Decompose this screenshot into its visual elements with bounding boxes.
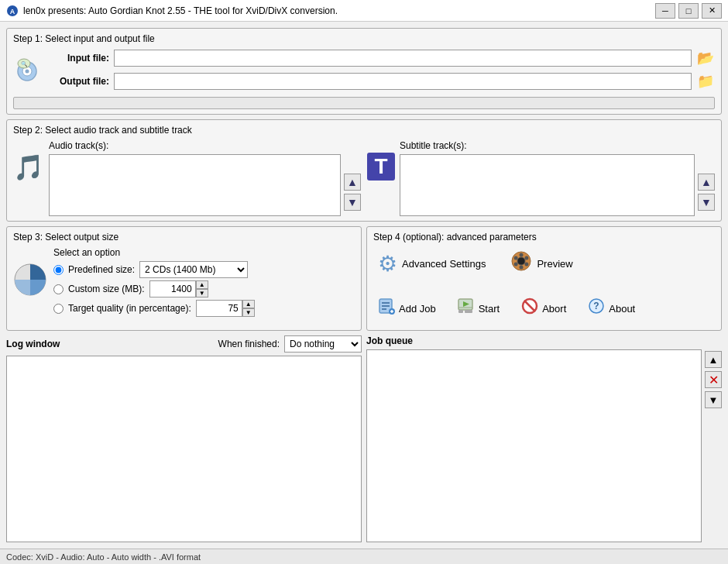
- audio-track-label: Audio track(s):: [49, 140, 361, 151]
- select-option-label: Select an option: [53, 247, 355, 258]
- target-quality-spinner: ▲ ▼: [196, 300, 255, 317]
- step4-title: Step 4 (optional): advanced parameters: [373, 232, 715, 242]
- log-section: Log window When finished: Do nothing Shu…: [6, 335, 362, 542]
- app-icon: A: [6, 5, 19, 17]
- step2-title: Step 2: Select audio track and subtitle …: [13, 125, 715, 136]
- step4-top: ⚙ Advanced Settings: [373, 247, 715, 280]
- steps-34-row: Step 3: Select output size Select an opt…: [6, 226, 722, 331]
- queue-up-icon: ▲: [709, 354, 719, 366]
- svg-text:🔍: 🔍: [21, 60, 28, 67]
- target-quality-input[interactable]: [196, 300, 242, 317]
- subtitle-up-button[interactable]: ▲: [698, 174, 715, 191]
- input-file-icon: 🔍: [13, 56, 41, 84]
- audio-down-icon: ▼: [347, 196, 358, 208]
- custom-size-label: Custom size (MB):: [68, 284, 145, 294]
- step3-section: Step 3: Select output size Select an opt…: [6, 226, 362, 331]
- custom-radio[interactable]: [53, 284, 64, 294]
- custom-size-row: Custom size (MB): ▲ ▼: [53, 280, 355, 297]
- step3-options: Select an option Predefined size: 2 CDs …: [53, 247, 355, 319]
- queue-controls: ▲ ✕ ▼: [705, 349, 722, 542]
- maximize-button[interactable]: □: [678, 3, 699, 19]
- when-finished-row: When finished: Do nothing Shutdown Hiber…: [218, 335, 362, 352]
- custom-spin-up[interactable]: ▲: [196, 280, 208, 289]
- audio-track-panel: Audio track(s): ▲ ▼: [49, 140, 361, 216]
- close-button[interactable]: ✕: [702, 3, 722, 19]
- svg-point-9: [517, 257, 525, 265]
- subtitle-down-button[interactable]: ▼: [698, 194, 715, 211]
- svg-rect-26: [458, 310, 463, 313]
- queue-area[interactable]: [366, 349, 702, 542]
- svg-point-12: [525, 263, 529, 267]
- custom-spin-buttons: ▲ ▼: [196, 280, 208, 297]
- input-file-label: Input file:: [47, 53, 109, 64]
- reel-icon: [510, 250, 532, 277]
- subtitle-track-list[interactable]: [400, 154, 695, 216]
- subtitle-track-panel: Subtitle track(s): ▲ ▼: [400, 140, 715, 216]
- main-content: Step 1: Select input and output file 🔍 I…: [0, 22, 728, 549]
- add-job-icon: [378, 297, 395, 319]
- about-icon: ?: [588, 297, 605, 319]
- audio-up-icon: ▲: [347, 176, 358, 188]
- audio-track-list[interactable]: [49, 154, 341, 216]
- pie-chart-icon: [13, 263, 47, 304]
- step2-layout: 🎵 Audio track(s): ▲ ▼: [13, 140, 715, 216]
- target-spin-up[interactable]: ▲: [242, 300, 255, 308]
- browse-input-button[interactable]: 📂: [696, 49, 715, 67]
- svg-point-4: [26, 70, 29, 74]
- step1-title: Step 1: Select input and output file: [13, 33, 715, 44]
- when-finished-select[interactable]: Do nothing Shutdown Hibernate Standby: [284, 335, 362, 352]
- start-icon: [458, 297, 475, 319]
- output-file-label: Output file:: [47, 76, 109, 87]
- when-finished-label: When finished:: [218, 339, 280, 349]
- preview-label: Preview: [537, 258, 572, 270]
- about-button[interactable]: ? About: [583, 294, 640, 322]
- output-file-row: Output file: 📁: [47, 72, 715, 91]
- preview-button[interactable]: Preview: [506, 247, 577, 280]
- queue-down-button[interactable]: ▼: [705, 391, 722, 408]
- log-area[interactable]: [6, 356, 362, 542]
- browse-output-icon: 📁: [697, 73, 714, 90]
- input-file-row: Input file: 📂: [47, 49, 715, 67]
- target-spin-down[interactable]: ▼: [242, 308, 255, 317]
- output-file-field[interactable]: [114, 73, 692, 90]
- status-bar: Codec: XviD - Audio: Auto - Auto width -…: [0, 549, 728, 564]
- target-spin-buttons: ▲ ▼: [242, 300, 255, 317]
- progress-bar: [13, 97, 715, 109]
- title-bar: A len0x presents: Auto Gordian Knot 2.55…: [0, 0, 728, 22]
- audio-up-button[interactable]: ▲: [344, 174, 361, 191]
- add-job-button[interactable]: Add Job: [373, 294, 441, 322]
- svg-rect-27: [465, 310, 472, 313]
- abort-button[interactable]: Abort: [517, 294, 571, 322]
- abort-label: Abort: [542, 303, 566, 315]
- custom-size-input[interactable]: [149, 280, 196, 297]
- gear-icon: ⚙: [378, 251, 397, 277]
- advanced-settings-button[interactable]: ⚙ Advanced Settings: [373, 248, 490, 280]
- audio-down-button[interactable]: ▼: [344, 194, 361, 211]
- about-label: About: [609, 303, 635, 315]
- svg-point-10: [520, 253, 524, 257]
- browse-input-icon: 📂: [697, 50, 714, 67]
- subtitle-track-label: Subtitle track(s):: [400, 140, 715, 151]
- input-file-field[interactable]: [114, 50, 692, 67]
- minimize-button[interactable]: ─: [655, 3, 675, 19]
- queue-up-button[interactable]: ▲: [705, 351, 722, 368]
- target-quality-label: Target quality (in percentage):: [68, 303, 191, 314]
- target-radio[interactable]: [53, 304, 64, 314]
- subtitle-up-icon: ▲: [701, 176, 712, 188]
- predefined-size-select[interactable]: 2 CDs (1400 Mb) 1 CD (700 Mb) 3 CDs (210…: [139, 261, 248, 278]
- target-quality-row: Target quality (in percentage): ▲ ▼: [53, 300, 355, 317]
- browse-output-button[interactable]: 📁: [696, 72, 715, 91]
- title-bar-left: A len0x presents: Auto Gordian Knot 2.55…: [6, 5, 338, 17]
- music-icon: 🎵: [13, 153, 44, 182]
- step2-section: Step 2: Select audio track and subtitle …: [6, 119, 722, 222]
- start-button[interactable]: Start: [453, 294, 504, 322]
- svg-text:?: ?: [594, 301, 599, 311]
- queue-delete-button[interactable]: ✕: [705, 371, 722, 388]
- svg-point-13: [520, 266, 524, 270]
- predefined-radio[interactable]: [53, 265, 64, 275]
- subtitle-down-icon: ▼: [701, 196, 712, 208]
- status-text: Codec: XviD - Audio: Auto - Auto width -…: [6, 552, 201, 562]
- advanced-settings-label: Advanced Settings: [402, 258, 486, 270]
- queue-down-icon: ▼: [709, 394, 719, 406]
- custom-spin-down[interactable]: ▼: [196, 289, 208, 297]
